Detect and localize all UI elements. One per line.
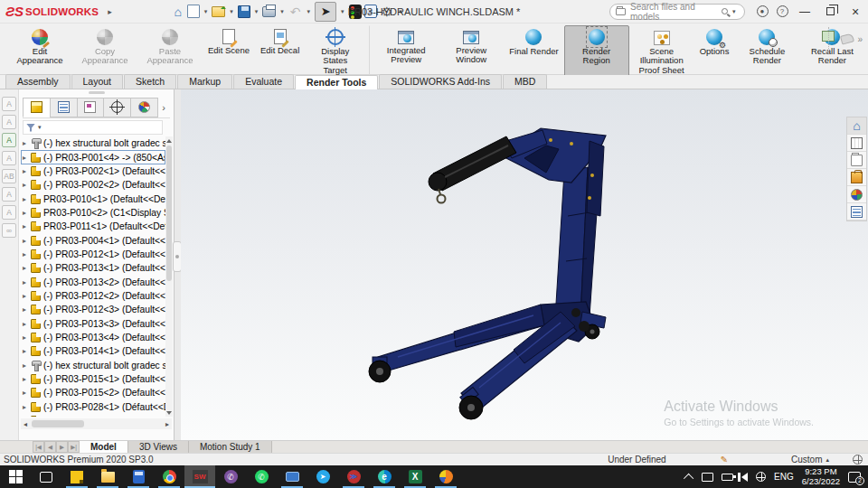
expand-arrow-icon[interactable]: ▸ <box>21 237 28 245</box>
markup-pen-icon[interactable]: A <box>2 115 16 129</box>
doc-tab[interactable]: Model <box>80 441 128 453</box>
appearance-brush-icon[interactable] <box>840 33 854 44</box>
last-tab-nav-icon[interactable]: ▶| <box>68 441 80 453</box>
scene-illumination-proof-sheet-button[interactable]: Scene Illumination Proof Sheet <box>629 25 694 77</box>
featuremanager-tree-tab[interactable] <box>23 98 51 117</box>
tray-display-icon[interactable] <box>702 473 713 482</box>
filter-funnel-icon[interactable] <box>26 124 35 132</box>
open-document-icon[interactable] <box>212 6 225 17</box>
tree-item[interactable]: ▸ PR03-P010<1> (Default<<Default <box>21 192 165 205</box>
start-button-icon[interactable] <box>0 465 31 488</box>
dropdown-arrow-icon[interactable]: ▾ <box>228 3 235 21</box>
link-tool-icon[interactable]: ∞ <box>2 223 16 238</box>
dropdown-arrow-icon[interactable]: ▾ <box>397 3 404 21</box>
tray-expand-chevron-icon[interactable] <box>684 473 693 483</box>
undo-icon[interactable]: ↶ <box>288 3 303 21</box>
tree-item[interactable]: ▸ (-) hex structural bolt gradec shor <box>21 359 165 372</box>
tree-item[interactable]: ▸ (-) PR03-P015<2> (Default<<Defa <box>21 386 165 399</box>
expand-arrow-icon[interactable]: ▸ <box>21 320 28 328</box>
help-icon[interactable]: ? <box>772 4 792 20</box>
expand-arrow-icon[interactable]: ▸ <box>21 389 28 397</box>
viber-icon[interactable]: ✆ <box>215 465 246 488</box>
tree-item[interactable]: ▸ (-) PR03-P013<3> (Default<<Defa <box>21 316 165 330</box>
render-region-button[interactable]: Render Region <box>564 25 629 77</box>
appearances-scenes-icon[interactable] <box>847 186 866 203</box>
collapse-chevrons-icon[interactable]: » <box>857 34 863 44</box>
tree-item[interactable]: ▸ (-) PR03-P012<2> (Default<<Defa <box>21 289 165 303</box>
command-tab[interactable]: Layout <box>71 74 124 89</box>
scroll-right-arrow-icon[interactable]: ▸ <box>163 420 172 428</box>
print-icon[interactable] <box>262 6 276 17</box>
tree-item[interactable]: ▸ (-) PR03-P014<1> (Default<<Defa <box>21 344 165 358</box>
search-icon[interactable] <box>722 8 728 14</box>
new-document-icon[interactable] <box>187 5 200 18</box>
tree-item[interactable]: ▸ (-) PR03-P002<2> (Default<<Defa <box>21 178 165 192</box>
note-tool-icon[interactable]: A <box>2 133 16 147</box>
tree-item[interactable]: ▸ PR03-P010<2> (C1<Display State- <box>21 206 165 220</box>
expand-arrow-icon[interactable]: ▸ <box>21 250 28 258</box>
home-tab-icon[interactable]: ⌂ <box>847 117 866 135</box>
design-library-icon[interactable] <box>847 152 866 169</box>
edrawings-icon[interactable] <box>430 465 461 488</box>
expand-arrow-icon[interactable]: ▸ <box>21 222 28 230</box>
command-tab[interactable]: SOLIDWORKS Add-Ins <box>379 74 502 89</box>
edit-decal-button[interactable]: Edit Decal <box>255 25 305 77</box>
task-view-icon[interactable] <box>31 465 61 488</box>
tree-vertical-scrollbar[interactable] <box>165 136 173 417</box>
toolbox-icon[interactable] <box>847 169 866 186</box>
expand-arrow-icon[interactable]: ▸ <box>21 195 28 203</box>
command-tab[interactable]: Sketch <box>124 74 176 89</box>
select-cursor-icon[interactable]: ➤ <box>315 2 336 22</box>
doc-tab[interactable]: 3D Views <box>128 441 189 453</box>
dropdown-arrow-icon[interactable]: ▾ <box>278 3 286 21</box>
tree-horizontal-scrollbar[interactable]: ◂ ▸ <box>21 418 172 429</box>
preview-window-button[interactable]: Preview Window <box>439 25 504 77</box>
next-tab-nav-icon[interactable]: ▶ <box>56 441 68 453</box>
restore-button[interactable] <box>817 0 843 23</box>
language-indicator[interactable]: ENG <box>774 472 794 482</box>
command-tab[interactable]: Assembly <box>5 74 71 89</box>
display-states-target-button[interactable]: Display States Target <box>305 25 370 77</box>
sticky-notes-icon[interactable] <box>61 465 92 488</box>
tray-network-globe-icon[interactable] <box>756 472 766 482</box>
hydraulic-winch-model[interactable] <box>181 89 868 440</box>
expand-arrow-icon[interactable]: ▸ <box>21 333 28 342</box>
tray-speaker-icon[interactable] <box>741 473 748 482</box>
first-tab-nav-icon[interactable]: |◀ <box>33 441 44 453</box>
scroll-left-arrow-icon[interactable]: ◂ <box>21 420 30 428</box>
3d-content-central-icon[interactable] <box>847 135 866 152</box>
tree-item[interactable]: ▸ (-) PR03-P013<4> (Default<<Defa <box>21 331 165 344</box>
expand-arrow-icon[interactable]: ▸ <box>21 167 28 175</box>
scroll-up-arrow-icon[interactable] <box>165 136 173 145</box>
expand-arrow-icon[interactable]: ▸ <box>21 292 28 300</box>
edit-appearance-button[interactable]: Edit Appearance <box>7 25 72 77</box>
propertymanager-tab[interactable] <box>50 98 78 117</box>
units-selector[interactable]: Custom ▴ <box>791 455 829 465</box>
whatsapp-icon[interactable]: ✆ <box>246 465 277 488</box>
command-tab[interactable]: Render Tools <box>295 75 378 89</box>
scroll-down-arrow-icon[interactable] <box>165 408 173 417</box>
final-render-button[interactable]: Final Render <box>504 25 563 77</box>
rebuild-traffic-light-icon[interactable] <box>349 5 362 19</box>
user-account-icon[interactable]: ● <box>752 4 772 20</box>
expand-arrow-icon[interactable]: ▸ <box>21 375 28 383</box>
dropdown-arrow-icon[interactable]: ▾ <box>339 3 346 21</box>
displaymanager-tab[interactable] <box>130 98 158 117</box>
media-player-icon[interactable]: ≫ <box>338 465 369 488</box>
tree-item[interactable]: ▸ (-) PR03-P013<2> (Default<<Defa <box>21 275 165 288</box>
tree-item[interactable]: ▸ (-) PR03-P028<1> (Défaut<<Défau <box>21 400 165 414</box>
options-gear-icon[interactable]: ⚙ <box>380 3 395 21</box>
annotation-tool-icon[interactable]: A <box>2 97 16 111</box>
tray-power-icon[interactable] <box>722 474 733 481</box>
tree-item[interactable]: ▸ (-) PR03-P012<1> (Default<<Defa <box>21 248 165 261</box>
integrated-preview-button[interactable]: Integrated Preview <box>373 25 439 77</box>
custom-properties-icon[interactable] <box>847 203 866 221</box>
weld-symbol-icon[interactable]: A <box>2 205 16 220</box>
tree-item[interactable]: ▸ (-) PR03-P013<1> (Default<<Defa <box>21 261 165 275</box>
calculator-icon[interactable] <box>123 465 154 488</box>
telegram-icon[interactable]: ➤ <box>307 465 338 488</box>
home-icon[interactable]: ⌂ <box>172 3 184 21</box>
edit-scene-button[interactable]: Edit Scene <box>203 25 255 77</box>
graphics-viewport[interactable]: Activate Windows Go to Settings to activ… <box>181 89 868 440</box>
tree-item[interactable]: ▸ (-) PR03-P012<3> (Default<<Defa <box>21 303 165 316</box>
